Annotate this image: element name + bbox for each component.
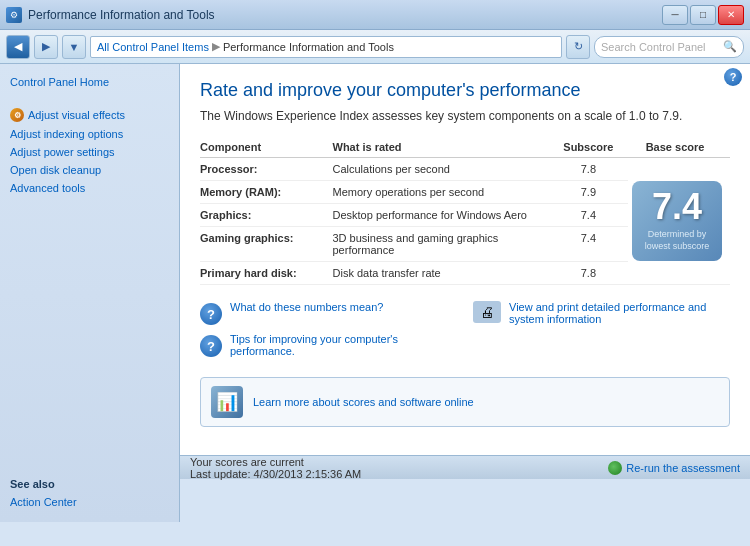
globe-icon	[608, 461, 622, 475]
forward-button[interactable]: ▶	[34, 35, 58, 59]
help-links-section: ? What do these numbers mean? ? Tips for…	[200, 301, 730, 365]
what-numbers-link[interactable]: What do these numbers mean?	[230, 301, 383, 313]
close-button[interactable]: ✕	[718, 5, 744, 25]
col-subscore: Subscore	[557, 137, 628, 158]
col-rated: What is rated	[333, 137, 557, 158]
sidebar-label-visual-effects: Adjust visual effects	[28, 109, 125, 121]
search-icon: 🔍	[723, 40, 737, 53]
page-title: Rate and improve your computer's perform…	[200, 80, 730, 101]
title-bar-controls: ─ □ ✕	[662, 5, 744, 25]
sidebar-label-power-settings: Adjust power settings	[10, 146, 115, 158]
base-score-label: Determined by lowest subscore	[640, 229, 714, 252]
sidebar-label-action-center: Action Center	[10, 496, 77, 508]
cell-subscore: 7.4	[557, 204, 628, 227]
sidebar-item-advanced-tools[interactable]: Advanced tools	[10, 180, 169, 196]
base-score-number: 7.4	[640, 189, 714, 225]
cell-rated: Calculations per second	[333, 158, 557, 181]
address-bar: ◀ ▶ ▼ All Control Panel Items ▶ Performa…	[0, 30, 750, 64]
dropdown-button[interactable]: ▼	[62, 35, 86, 59]
minimize-button[interactable]: ─	[662, 5, 688, 25]
tips-link[interactable]: Tips for improving your computer's perfo…	[230, 333, 457, 357]
title-bar-left: ⚙ Performance Information and Tools	[6, 7, 215, 23]
main-layout: Control Panel Home ⚙ Adjust visual effec…	[0, 64, 750, 522]
sidebar-label-indexing-options: Adjust indexing options	[10, 128, 123, 140]
rerun-label: Re-run the assessment	[626, 462, 740, 474]
print-link[interactable]: View and print detailed performance and …	[509, 301, 730, 325]
cell-subscore: 7.8	[557, 158, 628, 181]
cell-subscore: 7.9	[557, 181, 628, 204]
base-score-box: 7.4Determined by lowest subscore	[632, 181, 722, 260]
cell-rated: Memory operations per second	[333, 181, 557, 204]
maximize-button[interactable]: □	[690, 5, 716, 25]
learn-more-box: 📊 Learn more about scores and software o…	[200, 377, 730, 427]
score-table: Component What is rated Subscore Base sc…	[200, 137, 730, 285]
tips-item: ? Tips for improving your computer's per…	[200, 333, 457, 357]
cell-component: Graphics:	[200, 204, 333, 227]
search-bar[interactable]: Search Control Panel 🔍	[594, 36, 744, 58]
help-right: 🖨 View and print detailed performance an…	[473, 301, 730, 365]
question-icon-2: ?	[200, 335, 222, 357]
cell-component: Gaming graphics:	[200, 227, 333, 262]
col-component: Component	[200, 137, 333, 158]
see-also-title: See also	[10, 478, 169, 490]
breadcrumb: All Control Panel Items ▶ Performance In…	[90, 36, 562, 58]
status-bar: Your scores are current Last update: 4/3…	[180, 455, 750, 479]
cell-rated: Disk data transfer rate	[333, 262, 557, 285]
window-title: Performance Information and Tools	[28, 8, 215, 22]
breadcrumb-part2: Performance Information and Tools	[223, 41, 394, 53]
search-placeholder: Search Control Panel	[601, 41, 706, 53]
sidebar-item-power-settings[interactable]: Adjust power settings	[10, 144, 169, 160]
page-description: The Windows Experience Index assesses ke…	[200, 109, 730, 123]
help-left: ? What do these numbers mean? ? Tips for…	[200, 301, 457, 365]
cell-basescore: 7.4Determined by lowest subscore	[628, 158, 730, 285]
table-row: Processor:Calculations per second7.87.4D…	[200, 158, 730, 181]
back-button[interactable]: ◀	[6, 35, 30, 59]
print-item: 🖨 View and print detailed performance an…	[473, 301, 730, 325]
title-bar: ⚙ Performance Information and Tools ─ □ …	[0, 0, 750, 30]
status-text: Your scores are current Last update: 4/3…	[190, 456, 361, 480]
cell-component: Processor:	[200, 158, 333, 181]
sidebar-item-indexing-options[interactable]: Adjust indexing options	[10, 126, 169, 142]
cell-subscore: 7.4	[557, 227, 628, 262]
cell-component: Primary hard disk:	[200, 262, 333, 285]
sidebar-label-disk-cleanup: Open disk cleanup	[10, 164, 101, 176]
breadcrumb-sep: ▶	[212, 40, 220, 53]
learn-more-link[interactable]: Learn more about scores and software onl…	[253, 396, 474, 408]
cell-rated: Desktop performance for Windows Aero	[333, 204, 557, 227]
col-basescore: Base score	[628, 137, 730, 158]
content-area: ? Rate and improve your computer's perfo…	[180, 64, 750, 455]
cell-subscore: 7.8	[557, 262, 628, 285]
refresh-button[interactable]: ↻	[566, 35, 590, 59]
sidebar-item-visual-effects[interactable]: ⚙ Adjust visual effects	[10, 106, 169, 124]
printer-icon: 🖨	[473, 301, 501, 323]
learn-more-icon: 📊	[211, 386, 243, 418]
sidebar: Control Panel Home ⚙ Adjust visual effec…	[0, 64, 180, 522]
help-button[interactable]: ?	[724, 68, 742, 86]
sidebar-item-disk-cleanup[interactable]: Open disk cleanup	[10, 162, 169, 178]
cell-component: Memory (RAM):	[200, 181, 333, 204]
breadcrumb-part1[interactable]: All Control Panel Items	[97, 41, 209, 53]
status-line1: Your scores are current	[190, 456, 304, 468]
sidebar-home-link[interactable]: Control Panel Home	[10, 76, 169, 88]
what-numbers-item: ? What do these numbers mean?	[200, 301, 457, 325]
app-icon: ⚙	[6, 7, 22, 23]
visual-effects-icon: ⚙	[10, 108, 24, 122]
sidebar-item-action-center[interactable]: Action Center	[10, 494, 169, 510]
sidebar-label-advanced-tools: Advanced tools	[10, 182, 85, 194]
cell-rated: 3D business and gaming graphics performa…	[333, 227, 557, 262]
see-also-section: See also Action Center	[10, 478, 169, 510]
rerun-button[interactable]: Re-run the assessment	[608, 461, 740, 475]
question-icon-1: ?	[200, 303, 222, 325]
status-line2: Last update: 4/30/2013 2:15:36 AM	[190, 468, 361, 480]
